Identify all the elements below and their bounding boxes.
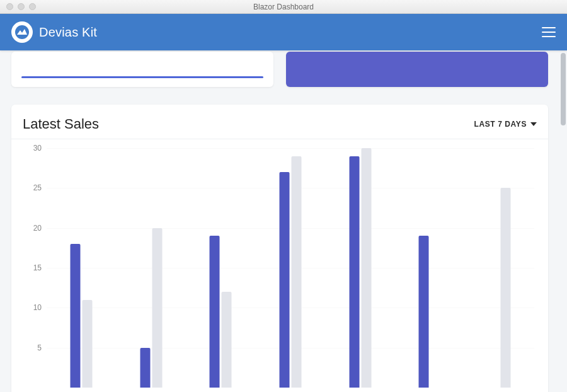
page-content: Latest Sales LAST 7 DAYS 51015202530 bbox=[0, 50, 559, 392]
bar-group bbox=[488, 188, 510, 388]
bar-secondary bbox=[83, 300, 93, 388]
bar-secondary bbox=[500, 188, 510, 388]
progress-bar bbox=[21, 76, 263, 78]
y-tick-label: 30 bbox=[26, 144, 42, 153]
close-icon[interactable] bbox=[6, 3, 13, 10]
latest-sales-card: Latest Sales LAST 7 DAYS 51015202530 bbox=[11, 105, 548, 392]
bar-primary bbox=[349, 156, 359, 388]
chart-title: Latest Sales bbox=[23, 116, 99, 132]
summary-card-progress bbox=[11, 52, 273, 87]
summary-card-accent bbox=[286, 52, 548, 87]
bar-primary bbox=[71, 244, 81, 388]
window-titlebar: Blazor Dashboard bbox=[0, 0, 567, 14]
bar-primary bbox=[140, 348, 150, 388]
scrollbar-thumb[interactable] bbox=[561, 53, 566, 125]
bar-secondary bbox=[292, 156, 302, 388]
range-picker[interactable]: LAST 7 DAYS bbox=[474, 120, 537, 129]
bar-group bbox=[349, 148, 371, 388]
bar-group bbox=[140, 228, 162, 388]
bar-primary bbox=[419, 236, 429, 388]
brand-name: Devias Kit bbox=[39, 25, 97, 40]
zoom-icon[interactable] bbox=[29, 3, 36, 10]
bar-group bbox=[280, 156, 302, 388]
bar-group bbox=[71, 244, 93, 388]
app-topbar: Devias Kit bbox=[0, 14, 567, 50]
window-title: Blazor Dashboard bbox=[0, 3, 567, 11]
bar-secondary bbox=[222, 292, 232, 388]
menu-icon[interactable] bbox=[542, 27, 556, 37]
brand[interactable]: Devias Kit bbox=[11, 21, 97, 43]
bar-secondary bbox=[152, 228, 162, 388]
bar-chart: 51015202530 bbox=[47, 148, 534, 388]
y-tick-label: 20 bbox=[26, 224, 42, 233]
range-picker-label: LAST 7 DAYS bbox=[474, 120, 527, 129]
y-tick-label: 10 bbox=[26, 303, 42, 312]
y-tick-label: 15 bbox=[26, 263, 42, 272]
bar-group bbox=[419, 236, 441, 388]
svg-point-0 bbox=[15, 25, 29, 39]
y-tick-label: 25 bbox=[26, 183, 42, 192]
chevron-down-icon bbox=[530, 122, 537, 126]
y-tick-label: 5 bbox=[26, 343, 42, 352]
window-traffic-lights bbox=[0, 3, 36, 10]
bar-primary bbox=[280, 172, 290, 388]
bar-secondary bbox=[361, 148, 371, 388]
bar-group bbox=[210, 236, 232, 388]
minimize-icon[interactable] bbox=[18, 3, 25, 10]
brand-logo-icon bbox=[11, 21, 33, 43]
bar-primary bbox=[210, 236, 220, 388]
summary-cards-row bbox=[11, 52, 548, 87]
